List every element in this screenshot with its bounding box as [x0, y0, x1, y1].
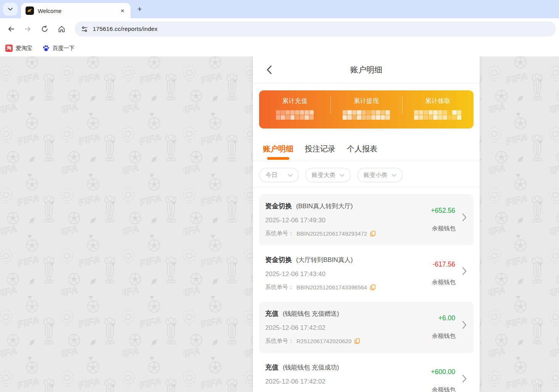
chevron-left-icon — [266, 65, 272, 74]
bookmark-aitaobao[interactable]: 淘 爱淘宝 — [5, 45, 32, 52]
taobao-icon: 淘 — [5, 45, 13, 52]
masked-block — [285, 115, 290, 120]
account-detail-panel: 账户明细 累计充值 累计提现 累计领取 账户明细投注记录个人报表 今日 账变大类 — [253, 56, 480, 392]
filter-dropdown[interactable]: 账变大类 — [305, 168, 351, 182]
stat-total-claimed: 累计领取 — [402, 90, 474, 129]
transaction-amount: -617.56 — [433, 260, 455, 268]
masked-block — [452, 110, 457, 115]
bookmark-baidu[interactable]: 百度一下 — [42, 45, 75, 52]
bookmark-label: 爱淘宝 — [16, 45, 32, 52]
filter-label: 账变小类 — [364, 171, 387, 179]
transaction-description: (钱能钱包 充值成功) — [283, 363, 339, 372]
filter-label: 今日 — [266, 171, 277, 179]
report-tab[interactable]: 账户明细 — [262, 139, 294, 161]
masked-block — [414, 110, 419, 115]
transaction-row[interactable]: 充值 (钱能钱包 充值赠送) 2025-12-06 17:42:02 系统单号：… — [259, 302, 474, 353]
order-number-label: 系统单号： — [265, 337, 294, 345]
copy-icon[interactable] — [370, 230, 376, 237]
transaction-description: (钱能钱包 充值赠送) — [283, 310, 339, 318]
chevron-right-icon[interactable] — [462, 213, 467, 222]
masked-block — [366, 115, 371, 120]
transaction-amount: +600.00 — [431, 368, 455, 376]
transaction-description: (大厅转到BBIN真人) — [296, 256, 353, 264]
masked-block — [300, 110, 304, 115]
filter-dropdown[interactable]: 今日 — [259, 168, 299, 182]
masked-block — [433, 110, 438, 115]
masked-block — [419, 115, 424, 120]
close-tab-icon[interactable]: × — [119, 7, 126, 15]
masked-block — [290, 115, 295, 120]
wallet-label: 余额钱包 — [432, 332, 456, 340]
order-number-label: 系统单号： — [265, 230, 294, 237]
new-tab-button[interactable]: + — [134, 4, 145, 14]
browser-tab[interactable]: Welcome × — [21, 3, 130, 18]
home-icon — [58, 25, 66, 33]
masked-block — [381, 115, 385, 120]
order-number-value: BBIN202512061743396564 — [296, 284, 367, 291]
back-chevron-button[interactable] — [264, 64, 274, 75]
masked-block — [300, 115, 304, 120]
filter-label: 账变大类 — [312, 171, 335, 179]
totals-card: 累计充值 累计提现 累计领取 — [259, 90, 474, 129]
address-bar[interactable]: 175616.cc/reports/index — [75, 21, 556, 37]
tab-title: Welcome — [38, 8, 119, 14]
back-button[interactable] — [4, 22, 18, 36]
url-text: 175616.cc/reports/index — [93, 26, 158, 32]
transaction-amount: +6.00 — [438, 314, 455, 322]
copy-icon[interactable] — [370, 284, 376, 291]
masked-block — [362, 110, 366, 115]
transaction-row[interactable]: 资金切换 (BBIN真人转到大厅) 2025-12-06 17:49:30 系统… — [259, 194, 474, 246]
transaction-row[interactable]: 充值 (钱能钱包 充值成功) 2025-12-06 17:42:02 +600.… — [259, 355, 474, 392]
forward-arrow-icon — [24, 25, 32, 33]
masked-block — [376, 115, 380, 120]
masked-value — [276, 110, 314, 120]
forward-button — [21, 22, 35, 36]
masked-block — [433, 115, 438, 120]
masked-block — [276, 115, 280, 120]
masked-block — [281, 115, 285, 120]
masked-block — [443, 115, 447, 120]
site-settings-icon — [81, 26, 88, 33]
bookmarks-bar: 淘 爱淘宝 百度一下 — [0, 40, 559, 56]
copy-icon[interactable] — [354, 338, 361, 344]
home-button[interactable] — [54, 22, 69, 36]
stat-label: 累计提现 — [330, 97, 402, 105]
order-number-value: R2512061742020620 — [296, 338, 351, 344]
transaction-row[interactable]: 资金切换 (大厅转到BBIN真人) 2025-12-06 17:43:40 系统… — [259, 248, 474, 299]
reload-icon — [41, 25, 48, 33]
report-tabs: 账户明细投注记录个人报表 — [253, 139, 480, 161]
masked-block — [295, 110, 300, 115]
chevron-down-icon — [8, 6, 13, 12]
chevron-right-icon[interactable] — [462, 321, 467, 329]
site-favicon-icon — [26, 6, 34, 15]
transaction-type: 充值 — [265, 309, 279, 318]
chevron-right-icon[interactable] — [462, 267, 467, 275]
report-tab[interactable]: 个人报表 — [346, 139, 378, 161]
masked-block — [309, 115, 314, 120]
masked-block — [295, 115, 300, 120]
transaction-title-row: 充值 (钱能钱包 充值赠送) — [265, 309, 467, 318]
masked-block — [352, 110, 357, 115]
masked-block — [457, 110, 462, 115]
chevron-right-icon[interactable] — [462, 374, 467, 383]
report-tab[interactable]: 投注记录 — [304, 139, 336, 161]
stat-label: 累计领取 — [402, 97, 474, 105]
masked-block — [304, 110, 309, 115]
chevron-down-icon — [391, 172, 397, 178]
transaction-datetime: 2025-12-06 17:42:02 — [265, 378, 467, 386]
transaction-amount: +652.56 — [431, 207, 455, 215]
transaction-description: (BBIN真人转到大厅) — [296, 202, 353, 210]
masked-block — [448, 110, 452, 115]
masked-block — [443, 110, 447, 115]
reload-button[interactable] — [37, 22, 52, 36]
transaction-type: 资金切换 — [265, 201, 292, 210]
wallet-label: 余额钱包 — [432, 386, 456, 392]
transaction-type: 充值 — [265, 363, 279, 372]
stat-divider — [402, 96, 403, 114]
stat-label: 累计充值 — [259, 97, 330, 105]
filter-dropdown[interactable]: 账变小类 — [357, 168, 403, 182]
tab-search-button[interactable] — [3, 3, 18, 16]
masked-block — [457, 115, 462, 120]
transaction-list: 资金切换 (BBIN真人转到大厅) 2025-12-06 17:49:30 系统… — [253, 187, 480, 392]
chevron-down-icon — [339, 172, 345, 178]
